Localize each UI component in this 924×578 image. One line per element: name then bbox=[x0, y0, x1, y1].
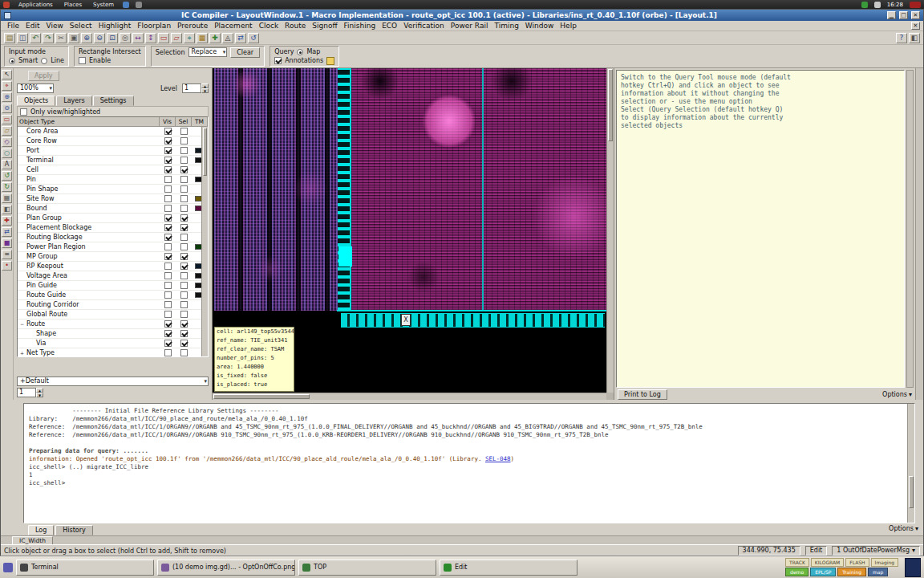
tool-icon[interactable]: ○ bbox=[2, 149, 12, 158]
mdi-close-icon[interactable]: ✕ bbox=[911, 22, 920, 30]
toolbar-icon[interactable]: ↔ bbox=[132, 33, 144, 43]
tree-toggle-icon[interactable] bbox=[19, 253, 25, 258]
object-row[interactable]: Pin Guide bbox=[18, 281, 208, 291]
tool-icon[interactable]: ▦ bbox=[2, 193, 12, 203]
tree-toggle-icon[interactable] bbox=[19, 128, 25, 133]
taskbar-window-button[interactable]: Edit bbox=[440, 560, 578, 576]
tree-toggle-icon[interactable] bbox=[19, 234, 25, 239]
maximize-button[interactable]: □ bbox=[899, 11, 908, 19]
object-row[interactable]: Site Row bbox=[18, 194, 208, 204]
visibility-checkbox[interactable] bbox=[164, 282, 172, 289]
selectable-checkbox[interactable] bbox=[180, 330, 188, 337]
toolbar-icon[interactable]: ✂ bbox=[55, 33, 67, 43]
visibility-checkbox[interactable] bbox=[164, 224, 172, 231]
visibility-checkbox[interactable] bbox=[164, 214, 172, 222]
toolbar-icon[interactable]: ◬ bbox=[222, 33, 233, 43]
volume-tray-icon[interactable] bbox=[874, 2, 881, 8]
toolbar-icon[interactable]: ✚ bbox=[209, 33, 221, 43]
object-row[interactable]: Bound bbox=[18, 204, 208, 214]
tool-icon[interactable]: A bbox=[2, 160, 12, 169]
close-button[interactable]: ✕ bbox=[911, 11, 920, 19]
mode-select[interactable]: +Default bbox=[17, 377, 209, 386]
selectable-checkbox[interactable] bbox=[180, 320, 188, 328]
tree-toggle-icon[interactable] bbox=[19, 176, 25, 181]
object-row[interactable]: RP Keepout bbox=[18, 262, 208, 271]
tree-toggle-icon[interactable] bbox=[19, 272, 25, 278]
menu-item[interactable]: Preroute bbox=[174, 22, 211, 30]
panel-tab[interactable]: Layers bbox=[56, 96, 91, 106]
selectable-checkbox[interactable] bbox=[180, 349, 188, 356]
tree-toggle-icon[interactable] bbox=[19, 205, 25, 210]
tool-icon[interactable]: ▱ bbox=[2, 126, 12, 136]
minimize-button[interactable]: ▁ bbox=[887, 11, 896, 19]
object-row[interactable]: Pin Shape bbox=[18, 185, 208, 194]
tree-toggle-icon[interactable] bbox=[19, 147, 25, 153]
tool-icon[interactable]: ⊖ bbox=[2, 104, 12, 113]
object-row[interactable]: Core Area bbox=[18, 127, 208, 136]
object-row[interactable]: +Net Type bbox=[18, 348, 208, 357]
visibility-checkbox[interactable] bbox=[164, 263, 172, 270]
tool-icon[interactable]: ⌖ bbox=[2, 81, 12, 91]
tree-toggle-icon[interactable] bbox=[19, 263, 25, 268]
menu-item[interactable]: Signoff bbox=[309, 22, 340, 30]
visibility-checkbox[interactable] bbox=[164, 147, 172, 154]
canvas-vertical-scrollbar[interactable] bbox=[606, 68, 614, 393]
footer-down-icon[interactable]: ▼ bbox=[36, 393, 43, 397]
query-options-dropdown[interactable]: Options▾ bbox=[882, 391, 912, 398]
smart-radio[interactable] bbox=[9, 58, 15, 64]
tree-toggle-icon[interactable] bbox=[19, 301, 25, 307]
tray-label[interactable]: TRACK bbox=[785, 558, 809, 567]
selectable-checkbox[interactable] bbox=[180, 157, 188, 164]
tree-toggle-icon[interactable] bbox=[19, 157, 25, 162]
object-row[interactable]: Global Route bbox=[18, 310, 208, 320]
visibility-checkbox[interactable] bbox=[164, 176, 172, 183]
show-desktop-icon[interactable] bbox=[3, 563, 13, 572]
toolbar-icon[interactable]: ◎ bbox=[120, 33, 131, 43]
selectable-checkbox[interactable] bbox=[180, 205, 188, 212]
visibility-checkbox[interactable] bbox=[164, 243, 172, 250]
logout-icon[interactable] bbox=[910, 2, 921, 8]
tree-toggle-icon[interactable] bbox=[19, 282, 25, 287]
toolbar-icon[interactable]: ⊕ bbox=[81, 33, 92, 43]
footer-stepper-value[interactable]: 1 bbox=[17, 388, 36, 397]
desktop-menu[interactable]: Places bbox=[62, 2, 84, 8]
query-output-scrollbar[interactable] bbox=[906, 70, 914, 388]
visibility-checkbox[interactable] bbox=[164, 311, 172, 318]
menu-item[interactable]: Help bbox=[557, 22, 580, 30]
level-stepper[interactable]: 1 ▲▼ bbox=[182, 83, 209, 93]
object-table-scrollbar[interactable] bbox=[201, 127, 208, 356]
menu-item[interactable]: Power Rail bbox=[448, 22, 492, 30]
footer-stepper[interactable]: 1 ▲▼ bbox=[17, 388, 43, 397]
desktop-menu[interactable]: System bbox=[91, 2, 116, 8]
menu-item[interactable]: Select bbox=[67, 22, 95, 30]
tree-toggle-icon[interactable] bbox=[29, 340, 34, 345]
tool-icon[interactable]: ↻ bbox=[2, 182, 12, 192]
panel-tab[interactable]: Objects bbox=[17, 96, 55, 106]
object-row[interactable]: Plan Group bbox=[18, 214, 208, 223]
toolbar-icon[interactable]: ↶ bbox=[30, 33, 41, 43]
log-link[interactable]: SEL-048 bbox=[485, 455, 511, 462]
tree-toggle-icon[interactable] bbox=[19, 166, 25, 172]
visibility-checkbox[interactable] bbox=[164, 253, 172, 260]
menu-item[interactable]: ECO bbox=[379, 22, 400, 30]
visibility-checkbox[interactable] bbox=[164, 128, 172, 135]
tray-chip[interactable]: map bbox=[868, 568, 888, 576]
toolbar-icon[interactable]: ▱ bbox=[171, 33, 182, 43]
object-row[interactable]: Routing Corridor bbox=[18, 300, 208, 310]
object-row[interactable]: MP Group bbox=[18, 252, 208, 262]
selectable-checkbox[interactable] bbox=[180, 272, 188, 279]
toolbar-icon[interactable]: ↕ bbox=[145, 33, 156, 43]
object-row[interactable]: Via bbox=[18, 339, 208, 348]
window-scrollbar[interactable] bbox=[915, 68, 923, 400]
toolbar-icon[interactable]: ◧ bbox=[909, 33, 920, 43]
taskbar-window-button[interactable]: Terminal bbox=[16, 560, 154, 576]
log-scrollbar[interactable] bbox=[907, 404, 914, 523]
tool-icon[interactable]: ⇄ bbox=[2, 227, 12, 237]
annotations-checkbox[interactable] bbox=[274, 57, 282, 64]
log-options-dropdown[interactable]: Options▾ bbox=[889, 525, 923, 532]
selectable-checkbox[interactable] bbox=[180, 243, 188, 250]
toolbar-icon[interactable]: ⇄ bbox=[235, 33, 246, 43]
object-row[interactable]: Core Row bbox=[18, 136, 208, 146]
tool-icon[interactable]: ↺ bbox=[2, 171, 12, 181]
selection-mode-select[interactable]: Replace bbox=[188, 47, 228, 57]
